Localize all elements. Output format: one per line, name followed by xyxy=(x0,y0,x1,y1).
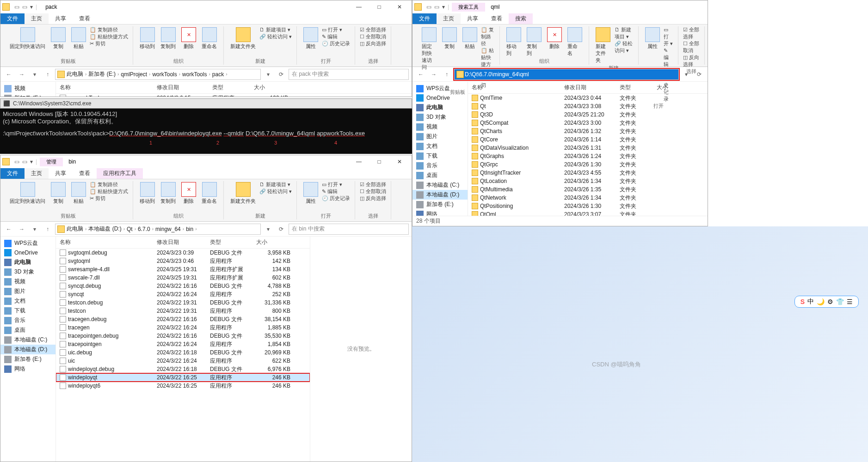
nav-item[interactable]: 文档 xyxy=(412,141,468,151)
qat-icon[interactable]: ▭ xyxy=(426,4,431,10)
addr-dropdown-icon[interactable]: ▾ xyxy=(681,69,692,80)
selectnone-button[interactable]: ☐ 全部取消 xyxy=(360,188,386,195)
qat-dropdown-icon[interactable]: ▾ xyxy=(442,4,445,10)
file-row[interactable]: Qt2024/3/23 3:08文件夹 xyxy=(468,102,708,110)
refresh-button[interactable]: ⟳ xyxy=(276,224,287,235)
column-headers[interactable]: 名称 修改日期 类型 大小 xyxy=(56,237,310,249)
file-row[interactable]: QtCharts2024/3/26 1:32文件夹 xyxy=(468,127,708,135)
address-bar[interactable]: 此电脑›新加卷 (E:)›qmlProject›workTools›workTo… xyxy=(55,69,261,80)
breadcrumb-segment[interactable]: mingw_64 xyxy=(154,226,182,232)
tab-share[interactable]: 共享 xyxy=(461,13,485,24)
moveto-button[interactable]: 移动到 xyxy=(505,26,523,58)
delete-button[interactable]: ✕删除 xyxy=(179,181,198,206)
breadcrumb-segment[interactable]: pack xyxy=(211,71,225,78)
nav-up-button[interactable]: ↑ xyxy=(42,224,53,235)
chevron-right-icon[interactable]: › xyxy=(179,72,180,77)
maximize-button[interactable]: □ xyxy=(369,155,389,168)
nav-item[interactable]: 视频 xyxy=(0,84,55,93)
nav-item[interactable]: 此电脑 xyxy=(412,103,468,112)
copyto-button[interactable]: 复制到 xyxy=(159,26,178,51)
invert-button[interactable]: ◫ 反向选择 xyxy=(360,40,386,47)
address-bar[interactable]: 此电脑›本地磁盘 (D:)›Qt›6.7.0›mingw_64›bin› xyxy=(55,224,261,235)
file-row[interactable]: tracegen.debug2024/3/22 16:16DEBUG 文件38,… xyxy=(56,315,310,323)
file-row[interactable]: QtCore2024/3/26 1:14文件夹 xyxy=(468,135,708,144)
nav-item[interactable]: 下载 xyxy=(412,151,468,161)
file-row[interactable]: testcon.debug2024/3/22 19:31DEBUG 文件31,3… xyxy=(56,298,310,307)
file-row[interactable]: syncqt.debug2024/3/22 16:16DEBUG 文件4,788… xyxy=(56,282,310,290)
nav-forward-button[interactable]: → xyxy=(428,69,439,80)
selectall-button[interactable]: ☑ 全部选择 xyxy=(683,26,700,40)
delete-button[interactable]: ✕删除 xyxy=(545,26,564,51)
tab-file[interactable]: 文件 xyxy=(0,168,25,179)
nav-item[interactable]: 图片 xyxy=(0,286,55,296)
qat-dropdown-icon[interactable]: ▾ xyxy=(30,158,33,165)
file-row[interactable]: syncqt2024/3/22 16:24应用程序252 KB xyxy=(56,290,310,298)
qat-dropdown-icon[interactable]: ▾ xyxy=(30,4,33,10)
tab-view[interactable]: 查看 xyxy=(73,168,97,179)
moveto-button[interactable]: 移动到 xyxy=(138,26,157,51)
nav-item[interactable]: 音乐 xyxy=(0,316,55,325)
file-row[interactable]: QtMultimedia2024/3/26 1:35文件夹 xyxy=(468,185,708,194)
nav-item[interactable]: 图片 xyxy=(412,132,468,141)
col-size[interactable]: 大小 xyxy=(252,237,294,248)
cmd-titlebar[interactable]: ⬛ C:\Windows\System32\cmd.exe xyxy=(0,98,412,109)
tab-home[interactable]: 主页 xyxy=(25,13,49,24)
file-row[interactable]: appworkTools2024/6/8 6:15应用程序199 KB xyxy=(56,94,412,97)
breadcrumb-segment[interactable]: 此电脑 xyxy=(66,70,84,78)
copyto-button[interactable]: 复制到 xyxy=(525,26,543,58)
file-row[interactable]: tracepointgen.debug2024/3/22 16:16DEBUG … xyxy=(56,332,310,340)
rename-button[interactable]: 重命名 xyxy=(200,181,219,206)
qat-props-icon[interactable]: ▭ xyxy=(14,4,19,10)
breadcrumb-segment[interactable]: 新加卷 (E:) xyxy=(87,70,117,78)
chevron-right-icon[interactable]: › xyxy=(226,72,227,77)
pin-button[interactable]: 固定到快速访问 xyxy=(420,26,438,72)
qat-icon[interactable]: ▭ xyxy=(14,158,19,165)
file-row[interactable]: windeployqt62024/3/22 16:25应用程序246 KB xyxy=(56,382,310,390)
column-headers[interactable]: 名称 修改日期 类型 大小 xyxy=(56,82,412,94)
col-size[interactable]: 大小 xyxy=(250,82,292,93)
close-button[interactable]: ✕ xyxy=(389,0,410,13)
nav-recent-button[interactable]: ▾ xyxy=(29,224,40,235)
pin-button[interactable]: 固定到快速访问 xyxy=(8,181,47,206)
ime-mode[interactable]: 中 xyxy=(807,298,814,306)
history-button[interactable]: 🕘 历史记录 xyxy=(322,40,350,47)
file-row[interactable]: svgtoqml.debug2024/3/23 0:39DEBUG 文件3,95… xyxy=(56,249,310,257)
nav-item[interactable]: 网络 xyxy=(0,364,55,374)
breadcrumb-segment[interactable]: 6.7.0 xyxy=(137,226,151,232)
paste-button[interactable]: 粘贴 xyxy=(69,181,88,206)
file-row[interactable]: QtDataVisualization2024/3/26 1:31文件夹 xyxy=(468,144,708,152)
selectnone-button[interactable]: ☐ 全部取消 xyxy=(360,33,386,40)
nav-item[interactable]: 视频 xyxy=(412,122,468,132)
paste-shortcut-button[interactable]: 📋 粘贴快捷方式 xyxy=(90,188,128,195)
tab-view[interactable]: 查看 xyxy=(73,13,97,24)
ime-moon-icon[interactable]: 🌙 xyxy=(817,298,825,305)
col-type[interactable]: 类型 xyxy=(209,82,250,93)
properties-button[interactable]: 属性 xyxy=(643,26,662,51)
selectnone-button[interactable]: ☐ 全部取消 xyxy=(683,40,700,54)
newfolder-button[interactable]: 新建文件夹 xyxy=(228,181,258,206)
easyaccess-button[interactable]: 🔗 轻松访问 ▾ xyxy=(259,33,292,40)
copy-button[interactable]: 复制 xyxy=(440,26,459,51)
cut-button[interactable]: ✂ 剪切 xyxy=(90,40,128,47)
file-row[interactable]: windeployqt2024/3/22 16:25应用程序246 KB xyxy=(56,373,310,382)
pin-button[interactable]: 固定到快速访问 xyxy=(8,26,47,51)
breadcrumb-segment[interactable]: 本地磁盘 (D:) xyxy=(87,225,122,233)
file-row[interactable]: QtPositioning2024/3/26 1:30文件夹 xyxy=(468,202,708,210)
copy-path-button[interactable]: 📋 复制路径 xyxy=(90,26,128,33)
open-button[interactable]: ▭ 打开 ▾ xyxy=(322,181,350,188)
ime-tools-icon[interactable]: ⚙ xyxy=(827,298,833,305)
breadcrumb-segment[interactable]: 此电脑 xyxy=(66,225,84,233)
tab-home[interactable]: 主页 xyxy=(25,168,49,179)
nav-item[interactable]: OneDrive xyxy=(0,248,55,257)
invert-button[interactable]: ◫ 反向选择 xyxy=(683,54,700,68)
nav-item[interactable]: 本地磁盘 (C:) xyxy=(412,180,468,190)
file-row[interactable]: Qt3D2024/3/25 21:20文件夹 xyxy=(468,110,708,119)
paste-button[interactable]: 粘贴 xyxy=(69,26,88,51)
nav-item[interactable]: 本地磁盘 (C:) xyxy=(0,335,55,345)
refresh-button[interactable]: ⟳ xyxy=(694,69,705,80)
chevron-right-icon[interactable]: › xyxy=(135,226,136,231)
minimize-button[interactable]: — xyxy=(349,155,369,168)
newitem-button[interactable]: 🗋 新建项目 ▾ xyxy=(259,181,292,188)
newitem-button[interactable]: 🗋 新建项目 ▾ xyxy=(259,26,292,33)
chevron-right-icon[interactable]: › xyxy=(183,226,184,231)
